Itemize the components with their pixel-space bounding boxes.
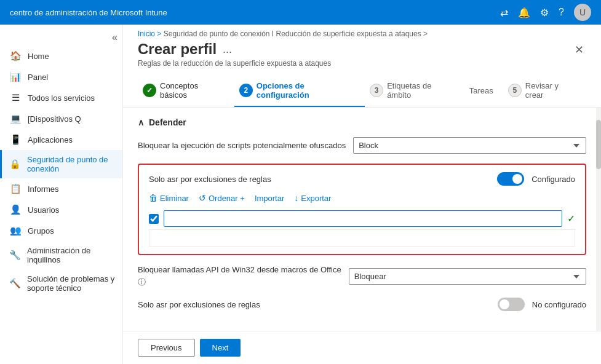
asr-toggle-status: Configurado [531, 175, 575, 184]
sidebar-item-panel[interactable]: 📊 Panel [0, 66, 122, 87]
exclusion-checkbox[interactable] [149, 214, 159, 224]
page-subtitle: Reglas de la reducción de la superficie … [138, 59, 331, 68]
win32-row: Bloquear llamadas API de Win32 desde mac… [138, 265, 586, 288]
empty-row [149, 229, 575, 247]
export-button[interactable]: ↓ Exportar [294, 193, 331, 203]
sidebar-collapse-btn[interactable]: « [0, 30, 122, 46]
section-defender: ∧ Defender [138, 117, 586, 127]
step-circle-3: 3 [370, 84, 383, 97]
order-button[interactable]: ↺ Ordenar + [199, 193, 245, 203]
next-button[interactable]: Next [200, 339, 241, 357]
page-title: Crear perfil [138, 41, 217, 58]
sidebar-item-devices[interactable]: 💻 [Dispositivos Q [0, 108, 122, 129]
win32-select[interactable]: Bloquear No configurado Audit [349, 268, 586, 285]
sidebar-item-groups[interactable]: 👥 Grupos [0, 220, 122, 241]
sidebar-item-label: Informes [28, 184, 59, 194]
close-button[interactable]: ✕ [572, 41, 586, 59]
page-header: Crear perfil ... Reglas de la reducción … [123, 41, 601, 75]
step-label-4: Tareas [469, 86, 493, 95]
breadcrumb: Inicio > Seguridad de punto de conexión … [123, 25, 601, 41]
previous-button[interactable]: Previous [138, 339, 195, 357]
asr-toggle-row: Solo asr por exclusiones de reglas Confi… [149, 172, 575, 186]
sidebar-item-security[interactable]: 🔒 Seguridad de punto de conexión [0, 150, 122, 178]
breadcrumb-section: Seguridad de punto de conexión I Reducci… [164, 30, 428, 38]
exclusion-input-row: ✓ [149, 210, 575, 227]
apps-icon: 📱 [9, 134, 22, 145]
import-button[interactable]: Importar [255, 194, 284, 203]
sidebar-item-home[interactable]: 🏠 Home [0, 46, 122, 66]
exclusion-text-input[interactable] [164, 210, 562, 227]
wizard-step-conceptos[interactable]: ✓ Conceptos básicos [138, 75, 234, 107]
wizard-step-revisar[interactable]: 5 Revisar y crear [503, 75, 586, 107]
sidebar-item-label: Grupos [28, 226, 54, 235]
main-layout: « 🏠 Home 📊 Panel ☰ Todos los servicios 💻… [0, 25, 601, 364]
sidebar-item-users[interactable]: 👤 Usuarios [0, 199, 122, 220]
script-label: Bloquear la ejecución de scripts potenci… [138, 141, 346, 150]
action-toolbar: 🗑 Eliminar ↺ Ordenar + Importar ↓ Exp [149, 193, 575, 203]
step-label-5: Revisar y crear [525, 81, 576, 100]
sidebar-item-label: Seguridad de punto de conexión [27, 155, 115, 173]
tenant-icon: 🔧 [9, 250, 21, 261]
reports-icon: 📋 [9, 183, 22, 194]
security-icon: 🔒 [9, 159, 21, 170]
sidebar-item-reports[interactable]: 📋 Informes [0, 178, 122, 199]
topbar-title: centro de administración de Microsoft In… [10, 8, 167, 17]
delete-button[interactable]: 🗑 Eliminar [149, 193, 189, 203]
order-label: Ordenar + [209, 194, 245, 203]
section-title: Defender [149, 117, 186, 127]
step-circle-5: 5 [508, 84, 522, 97]
asr-toggle[interactable] [497, 172, 524, 186]
scrollbar-track [596, 108, 601, 331]
wizard-step-etiquetas[interactable]: 3 Etiquetas de ámbito [365, 75, 464, 107]
sidebar-item-label: [Dispositivos Q [28, 114, 81, 124]
bell-icon[interactable]: 🔔 [518, 7, 530, 18]
scrollbar-thumb[interactable] [596, 120, 601, 169]
check-icon: ✓ [567, 213, 575, 224]
order-icon: ↺ [199, 193, 206, 203]
sidebar-item-tenant[interactable]: 🔧 Administración de inquilinos [0, 241, 122, 269]
toggle-track [497, 172, 524, 186]
panel-icon: 📊 [9, 71, 22, 82]
wizard-tabs: ✓ Conceptos básicos 2 Opciones de config… [123, 75, 601, 108]
win32-label-group: Bloquear llamadas API de Win32 desde mac… [138, 265, 341, 288]
step-label-1: Conceptos básicos [160, 81, 225, 100]
sidebar-item-apps[interactable]: 📱 Aplicaciones [0, 129, 122, 150]
sidebar: « 🏠 Home 📊 Panel ☰ Todos los servicios 💻… [0, 25, 123, 364]
asr-toggle-label: Solo asr por exclusiones de reglas [149, 175, 490, 184]
delete-label: Eliminar [160, 194, 189, 203]
sidebar-item-label: Home [28, 52, 49, 61]
sidebar-item-label: Administración de inquilinos [27, 246, 115, 264]
sidebar-item-label: Usuarios [28, 205, 59, 215]
home-icon: 🏠 [9, 50, 22, 61]
delete-icon: 🗑 [149, 193, 157, 203]
gear-icon[interactable]: ⚙ [540, 7, 549, 18]
device-transfer-icon[interactable]: ⇄ [500, 7, 508, 18]
toggle-thumb [512, 174, 522, 184]
breadcrumb-home[interactable]: Inicio > [138, 30, 161, 38]
sidebar-item-troubleshoot[interactable]: 🔨 Solución de problemas y soporte técnic… [0, 269, 122, 298]
bottom-asr-toggle[interactable] [498, 298, 525, 311]
step-circle-1: ✓ [143, 84, 156, 97]
sidebar-item-services[interactable]: ☰ Todos los servicios [0, 87, 122, 108]
help-icon[interactable]: ? [559, 7, 564, 18]
step-label-2: Opciones de configuración [257, 81, 355, 100]
avatar[interactable]: U [574, 4, 591, 21]
bottom-asr-label: Solo asr por exclusiones de reglas [138, 300, 490, 309]
export-label: Exportar [301, 194, 331, 203]
sidebar-item-label: Panel [28, 73, 48, 82]
troubleshoot-icon: 🔨 [9, 278, 21, 289]
form-scroll-wrapper: ∧ Defender Bloquear la ejecución de scri… [123, 108, 601, 331]
groups-icon: 👥 [9, 225, 22, 236]
win32-info-icon[interactable]: ⓘ [138, 277, 146, 287]
topbar: centro de administración de Microsoft In… [0, 0, 601, 25]
section-chevron[interactable]: ∧ [138, 117, 144, 127]
bottom-asr-status: No configurado [532, 300, 586, 309]
collapse-icon[interactable]: « [112, 32, 117, 43]
script-row: Bloquear la ejecución de scripts potenci… [138, 137, 586, 154]
wizard-step-tareas[interactable]: Tareas [464, 80, 503, 103]
wizard-step-opciones[interactable]: 2 Opciones de configuración [234, 75, 365, 107]
script-select[interactable]: Block No configurado Audit Warn [353, 137, 586, 154]
bottom-asr-row: Solo asr por exclusiones de reglas No co… [138, 298, 586, 311]
step-label-3: Etiquetas de ámbito [387, 81, 455, 100]
more-options-btn[interactable]: ... [223, 43, 232, 56]
